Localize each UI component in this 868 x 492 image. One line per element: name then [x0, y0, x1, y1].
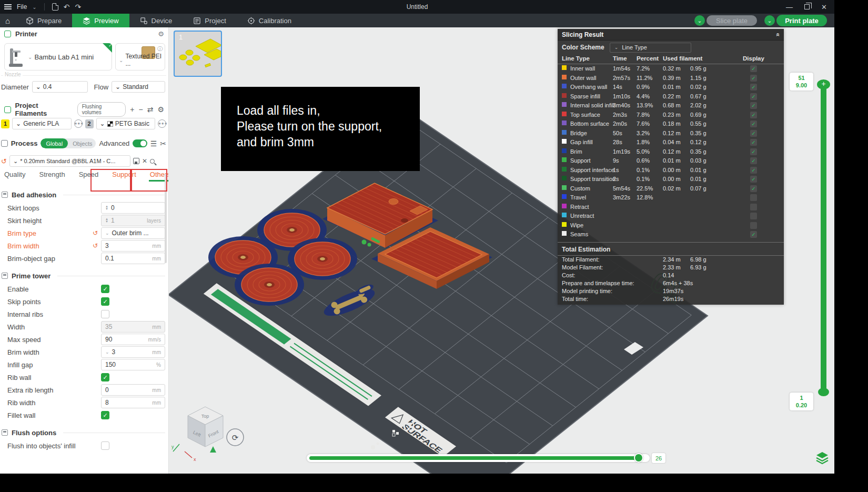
- vertical-slider-bottom-knob[interactable]: [818, 388, 829, 396]
- save-preset-icon[interactable]: [133, 158, 139, 164]
- collapse-panel-icon[interactable]: »: [774, 33, 782, 36]
- plate-thumbnail[interactable]: 1: [174, 31, 222, 77]
- input-field[interactable]: 3mm: [101, 240, 165, 252]
- flushing-volumes-button[interactable]: Flushing volumes: [77, 102, 126, 117]
- wand-icon[interactable]: ✂: [160, 139, 166, 148]
- printer-section-header: Printer ⚙: [4, 30, 164, 38]
- display-checkbox[interactable]: ✓: [750, 194, 757, 201]
- spinner-arrows[interactable]: ▲▼: [105, 205, 108, 210]
- display-checkbox[interactable]: ✓: [750, 130, 757, 137]
- checkbox[interactable]: ✓: [101, 285, 109, 293]
- diameter-select[interactable]: ⌄0.4: [32, 81, 88, 93]
- plate-type-selector[interactable]: ⓘ ⌄Textured PEI ...: [115, 43, 165, 71]
- display-checkbox[interactable]: ✓: [750, 157, 757, 164]
- tab-calibration[interactable]: Calibration: [237, 14, 302, 27]
- display-checkbox[interactable]: ✓: [750, 93, 757, 100]
- close-button[interactable]: ✕: [821, 4, 827, 11]
- printer-settings-gear-icon[interactable]: ⚙: [158, 30, 164, 38]
- tab-preview[interactable]: Preview: [72, 14, 129, 27]
- filament-1-badge[interactable]: 1: [1, 119, 9, 128]
- filament-2-edit-icon[interactable]: ●●●: [158, 119, 166, 128]
- param-list-icon[interactable]: ☰: [150, 139, 157, 148]
- printer-selector[interactable]: ⌄Bambu Lab A1 mini: [4, 43, 112, 71]
- orientation-cube[interactable]: Top Left Front y x: [171, 407, 223, 462]
- filament-2-select[interactable]: ⌄PETG Basic: [96, 118, 155, 129]
- slider-knob[interactable]: [634, 453, 643, 463]
- reset-icon[interactable]: ↺: [93, 230, 98, 236]
- undo-icon[interactable]: ↶: [64, 3, 70, 11]
- color-scheme-select[interactable]: ⌄Line Type: [610, 43, 691, 53]
- tab-prepare[interactable]: Prepare: [15, 14, 72, 27]
- process-preset-select[interactable]: ⌄* 0.20mm Standard @BBL A1M - C...: [9, 155, 130, 167]
- clear-preset-icon[interactable]: ✕: [142, 157, 147, 165]
- select-field[interactable]: ⌄3mm: [101, 346, 165, 358]
- select-field[interactable]: ⌄Outer brim ...: [101, 227, 165, 239]
- display-checkbox[interactable]: ✓: [750, 139, 757, 146]
- input-field[interactable]: 150%: [101, 359, 165, 370]
- input-field[interactable]: 35mm: [101, 321, 165, 333]
- up-arrow-icon[interactable]: [210, 446, 216, 453]
- save-icon[interactable]: [52, 3, 58, 11]
- display-checkbox[interactable]: ✓: [750, 167, 757, 174]
- global-objects-toggle[interactable]: Global Objects: [41, 138, 96, 148]
- display-checkbox[interactable]: ✓: [750, 231, 757, 238]
- checkbox[interactable]: ✓: [101, 310, 109, 318]
- reset-preset-icon[interactable]: ↺: [1, 157, 7, 165]
- input-field[interactable]: 0.1mm: [101, 253, 165, 264]
- display-checkbox[interactable]: ✓: [750, 148, 757, 155]
- slice-options-chevron-icon[interactable]: ⌄: [694, 15, 705, 26]
- menu-icon[interactable]: [4, 3, 12, 11]
- filament-2-badge[interactable]: 2: [85, 119, 94, 128]
- checkbox[interactable]: ✓: [101, 411, 109, 419]
- filament-settings-gear-icon[interactable]: ⚙: [157, 105, 164, 114]
- slice-plate-button[interactable]: Slice plate: [706, 15, 757, 26]
- tab-device[interactable]: Device: [129, 14, 183, 27]
- layer-vertical-slider[interactable]: [821, 84, 826, 394]
- input-field[interactable]: 0mm: [101, 384, 165, 396]
- layers-view-button[interactable]: [815, 450, 830, 465]
- process-tab-strength[interactable]: Strength: [39, 170, 65, 178]
- input-field[interactable]: ▲▼0: [101, 202, 165, 214]
- redo-icon[interactable]: ↷: [75, 3, 81, 11]
- input-field[interactable]: 90mm/s: [101, 334, 165, 345]
- file-menu[interactable]: File: [17, 3, 27, 11]
- input-field[interactable]: ▲▼1layers: [101, 215, 165, 226]
- file-menu-chevron-icon[interactable]: ⌄: [32, 4, 36, 10]
- tab-project[interactable]: Project: [183, 14, 236, 27]
- display-checkbox[interactable]: ✓: [750, 213, 757, 219]
- display-checkbox[interactable]: ✓: [750, 84, 757, 91]
- process-tab-quality[interactable]: Quality: [4, 170, 25, 178]
- vertical-slider-top-knob[interactable]: +: [817, 79, 830, 89]
- restore-button[interactable]: [804, 4, 810, 11]
- filament-1-select[interactable]: ⌄Generic PLA: [12, 118, 71, 129]
- print-options-chevron-icon[interactable]: ⌄: [764, 15, 775, 26]
- search-icon[interactable]: [150, 159, 155, 164]
- display-checkbox[interactable]: ✓: [750, 75, 757, 82]
- minimize-button[interactable]: —: [786, 4, 793, 11]
- filament-1-edit-icon[interactable]: ●●●: [74, 119, 83, 128]
- display-checkbox[interactable]: ✓: [750, 185, 757, 192]
- print-plate-button[interactable]: Print plate: [776, 15, 827, 26]
- display-checkbox[interactable]: ✓: [750, 102, 757, 109]
- layer-range-slider[interactable]: [307, 454, 650, 462]
- home-button[interactable]: ⌂: [0, 14, 15, 27]
- reset-icon[interactable]: ↺: [93, 243, 98, 249]
- flow-select[interactable]: ⌄Standard: [112, 81, 165, 93]
- checkbox[interactable]: ✓: [101, 441, 109, 450]
- add-filament-button[interactable]: +: [130, 105, 134, 114]
- input-field[interactable]: 8mm: [101, 397, 165, 408]
- checkbox[interactable]: ✓: [101, 373, 109, 381]
- spinner-arrows[interactable]: ▲▼: [105, 218, 108, 223]
- rotate-widget[interactable]: ⟳: [227, 429, 244, 446]
- checkbox[interactable]: ✓: [101, 297, 109, 306]
- display-checkbox[interactable]: ✓: [750, 176, 757, 183]
- display-checkbox[interactable]: ✓: [750, 222, 757, 229]
- sync-filament-icon[interactable]: ⇄: [147, 105, 154, 114]
- advanced-toggle[interactable]: [133, 139, 147, 147]
- display-checkbox[interactable]: ✓: [750, 204, 757, 210]
- info-icon[interactable]: ⓘ: [157, 45, 163, 53]
- display-checkbox[interactable]: ✓: [750, 121, 757, 127]
- display-checkbox[interactable]: ✓: [750, 65, 757, 72]
- display-checkbox[interactable]: ✓: [750, 112, 757, 118]
- remove-filament-button[interactable]: −: [139, 105, 143, 114]
